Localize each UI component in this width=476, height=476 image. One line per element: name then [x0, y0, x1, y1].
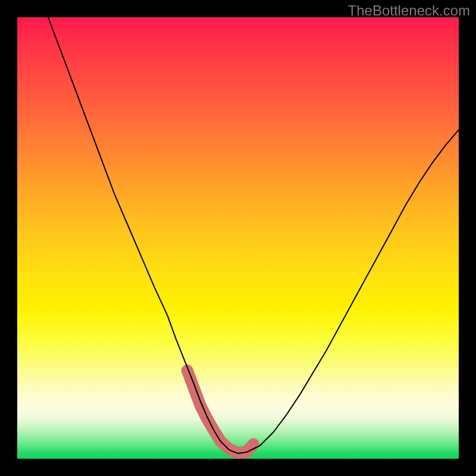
watermark-text: TheBottleneck.com	[348, 2, 470, 19]
chart-frame: TheBottleneck.com	[0, 0, 476, 476]
curve-layer	[17, 17, 459, 459]
bottleneck-curve	[48, 17, 459, 453]
